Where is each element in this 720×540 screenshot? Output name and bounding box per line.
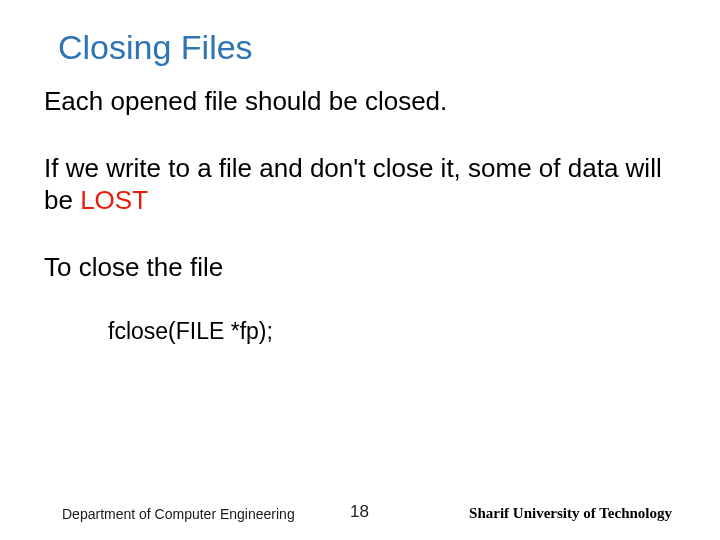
slide-footer: Department of Computer Engineering 18 Sh… xyxy=(0,505,720,522)
lost-word: LOST xyxy=(80,185,148,215)
footer-university: Sharif University of Technology xyxy=(469,505,672,522)
footer-page-number: 18 xyxy=(350,502,369,522)
slide-body: Each opened file should be closed. If we… xyxy=(30,85,690,346)
code-line: fclose(FILE *fp); xyxy=(108,317,690,346)
slide: Closing Files Each opened file should be… xyxy=(0,0,720,540)
bullet-text: Each opened file should be closed. xyxy=(44,85,690,118)
bullet-item: Each opened file should be closed. xyxy=(30,85,690,118)
bullet-text: If we write to a file and don't close it… xyxy=(44,152,690,217)
slide-title: Closing Files xyxy=(58,28,690,67)
bullet-item: To close the file xyxy=(30,251,690,284)
bullet-item: If we write to a file and don't close it… xyxy=(30,152,690,217)
bullet-text: To close the file xyxy=(44,251,690,284)
footer-department: Department of Computer Engineering xyxy=(62,506,295,522)
